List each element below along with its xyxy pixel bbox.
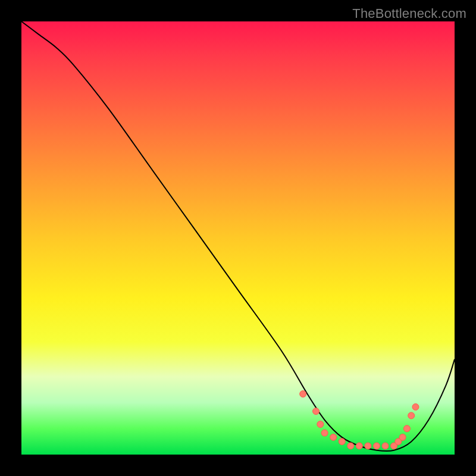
chart-stage: TheBottleneck.com xyxy=(0,0,476,476)
watermark-label: TheBottleneck.com xyxy=(352,6,466,21)
gradient-background xyxy=(21,21,455,455)
